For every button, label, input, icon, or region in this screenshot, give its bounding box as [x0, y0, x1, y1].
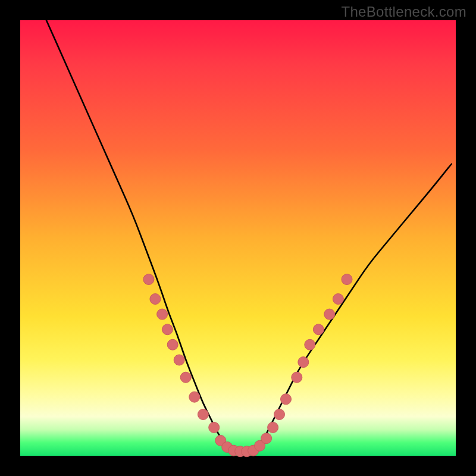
curve-marker-dot [292, 372, 302, 383]
curve-marker-dot [143, 274, 154, 285]
curve-marker-dot [209, 422, 220, 433]
curve-marker-dot [281, 394, 292, 405]
curve-marker-dot [313, 324, 324, 335]
curve-marker-dot [162, 324, 173, 335]
chart-frame: TheBottleneck.com [0, 0, 476, 476]
curve-marker-dot [298, 357, 309, 368]
curve-marker-dot [189, 392, 200, 402]
curve-markers [143, 274, 352, 457]
chart-overlay [20, 20, 456, 456]
curve-marker-dot [150, 294, 161, 305]
curve-marker-dot [198, 409, 208, 420]
bottleneck-curve [46, 20, 452, 452]
curve-marker-dot [174, 355, 184, 365]
curve-marker-dot [261, 433, 272, 444]
curve-marker-dot [324, 309, 335, 320]
curve-marker-dot [180, 372, 191, 383]
curve-marker-dot [333, 294, 343, 305]
curve-marker-dot [268, 422, 278, 433]
curve-marker-dot [305, 339, 315, 350]
curve-marker-dot [342, 274, 352, 285]
curve-marker-dot [157, 309, 168, 320]
curve-marker-dot [167, 339, 178, 350]
watermark-text: TheBottleneck.com [341, 4, 466, 20]
curve-marker-dot [274, 409, 285, 420]
